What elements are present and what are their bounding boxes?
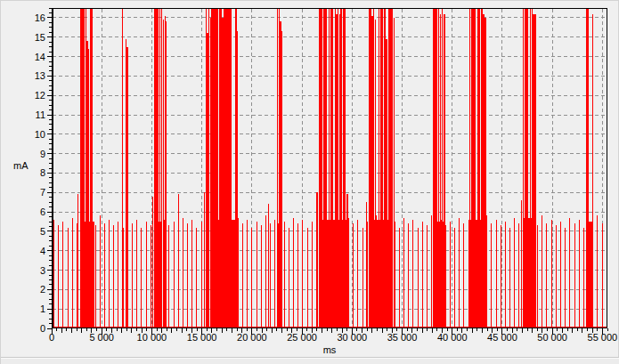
svg-text:11: 11	[36, 109, 45, 120]
svg-text:55 000: 55 000	[588, 332, 618, 343]
svg-text:20 000: 20 000	[237, 332, 267, 343]
svg-text:9: 9	[40, 149, 45, 159]
svg-text:13: 13	[35, 70, 45, 81]
svg-text:6: 6	[40, 206, 45, 217]
measurement-window: 01234567891011121314151605 00010 00015 0…	[0, 0, 619, 364]
svg-text:5: 5	[40, 226, 45, 237]
svg-text:15 000: 15 000	[187, 332, 217, 343]
plot-canvas: 01234567891011121314151605 00010 00015 0…	[1, 1, 619, 357]
svg-text:15: 15	[35, 32, 45, 43]
svg-text:1: 1	[40, 303, 45, 314]
svg-text:14: 14	[35, 52, 45, 62]
svg-text:12: 12	[35, 90, 45, 101]
y-axis-title: mA	[13, 160, 29, 171]
svg-text:16: 16	[35, 12, 45, 23]
svg-text:3: 3	[40, 265, 45, 276]
svg-text:40 000: 40 000	[437, 332, 468, 343]
svg-text:35 000: 35 000	[387, 332, 418, 343]
svg-text:30 000: 30 000	[337, 332, 367, 343]
svg-text:25 000: 25 000	[287, 332, 317, 343]
svg-text:0: 0	[49, 332, 54, 343]
window-bottom-strip	[1, 357, 619, 364]
svg-text:4: 4	[40, 246, 45, 256]
svg-text:7: 7	[40, 187, 45, 198]
svg-text:2: 2	[40, 284, 45, 295]
svg-text:5 000: 5 000	[89, 332, 114, 343]
svg-text:45 000: 45 000	[487, 332, 517, 343]
svg-text:50 000: 50 000	[537, 332, 567, 343]
current-vs-time-chart[interactable]: 01234567891011121314151605 00010 00015 0…	[1, 1, 619, 357]
svg-text:10 000: 10 000	[137, 332, 167, 343]
svg-text:10: 10	[35, 129, 45, 140]
svg-text:8: 8	[40, 167, 45, 178]
x-axis-title: ms	[52, 344, 607, 355]
svg-text:0: 0	[40, 323, 45, 334]
